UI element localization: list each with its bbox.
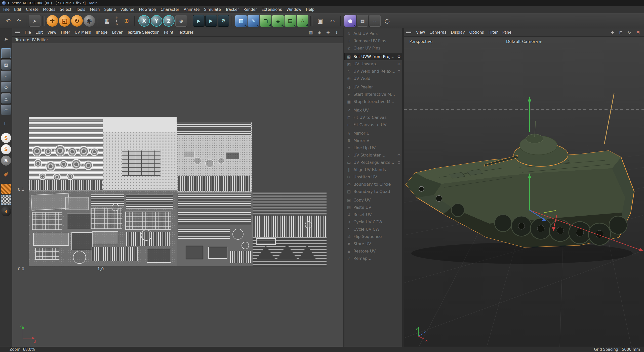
uv-command-item[interactable]: ◎ UV Weld ⚙ (344, 75, 402, 82)
uv-command-item[interactable]: ≡ Line Up UV ⚙ (344, 144, 402, 152)
rotate-view-icon[interactable]: ↻ (627, 30, 632, 35)
lock-z-axis-button[interactable]: Z (163, 15, 175, 27)
viewport-menu-item[interactable]: Panel (500, 28, 515, 37)
viewport-scene[interactable]: y x z (404, 37, 644, 347)
axis-band-button[interactable]: ◖ (1, 206, 11, 216)
scale-tool[interactable]: ◱ (59, 15, 70, 27)
menu-item[interactable]: Select (58, 6, 74, 13)
uv-menu-item[interactable]: Textures (176, 28, 196, 37)
pan-canvas-icon[interactable]: ✚ (326, 30, 331, 35)
uv-command-item[interactable]: ◩ UV Unwrap... ⚙ (344, 60, 402, 68)
render-picture-viewer-button[interactable]: ▶ (205, 15, 217, 27)
save-texture-icon[interactable]: ↧ (334, 30, 339, 35)
uv-command-item[interactable]: □ Boundary to Quad ⚙ (344, 188, 402, 195)
uv-command-item[interactable]: ⇄ Flip Sequence ⚙ (344, 233, 402, 240)
scale-view-icon[interactable]: ⊡ (618, 30, 623, 35)
viewport-menu-item[interactable]: Options (467, 28, 486, 37)
snap-settings-toggle[interactable]: S (1, 156, 11, 166)
tank-model[interactable] (406, 93, 634, 264)
uv-menu-item[interactable]: Image (93, 28, 110, 37)
menu-item[interactable]: Volume (118, 6, 137, 13)
move-tool[interactable]: ✚ (47, 15, 58, 27)
lock-icon[interactable]: ◈ (317, 30, 322, 35)
uv-command-item[interactable]: ▦ Set UVW from Projection... ⚙ (344, 53, 402, 60)
uv-command-item[interactable]: ⊘ Clear UV Pins ⚙ (344, 44, 402, 52)
uv-menu-item[interactable]: File (22, 28, 33, 37)
uv-command-item[interactable]: ▤ Paste UV ⚙ (344, 204, 402, 211)
uv-island[interactable] (29, 190, 177, 266)
edit-render-settings-button[interactable]: ⚙ (218, 15, 229, 27)
snap-2d-toggle[interactable]: S (1, 133, 11, 143)
hamburger-menu-icon[interactable] (15, 31, 20, 34)
snap-3d-toggle[interactable]: S (1, 144, 11, 154)
viewport-menu-item[interactable]: Filter (486, 28, 500, 37)
uv-checker-toggle[interactable] (1, 195, 11, 205)
uv-island[interactable] (177, 192, 253, 266)
menu-item[interactable]: Modes (41, 6, 58, 13)
deformer-button[interactable]: ◈ (272, 15, 284, 27)
subdivision-surface-button[interactable]: ▢ (260, 15, 271, 27)
menu-item[interactable]: Simulate (202, 6, 223, 13)
stripe-texture-button[interactable] (1, 184, 11, 194)
last-used-tool[interactable]: ◉ (84, 15, 95, 27)
undo-button[interactable]: ↶ (3, 15, 14, 27)
mograph-cloner-button[interactable]: ▤ (285, 15, 296, 27)
viewport-canvas[interactable]: Perspective Default Camera✱ (404, 37, 644, 347)
move-view-icon[interactable]: ✚ (610, 30, 615, 35)
menu-item[interactable]: Edit (12, 6, 24, 13)
gear-icon[interactable]: ⚙ (397, 69, 401, 74)
rotate-tool[interactable]: ↻ (71, 15, 83, 27)
menu-item[interactable]: Tracker (223, 6, 241, 13)
polygons-mode-button[interactable]: △ (1, 93, 11, 104)
uv-command-item[interactable]: ⇅ Mirror V ⚙ (344, 137, 402, 144)
uv-command-item[interactable]: ↺ Reset UV ⚙ (344, 211, 402, 218)
menu-item[interactable]: Create (24, 6, 41, 13)
default-light-button[interactable]: ○ (381, 15, 393, 27)
viewport-menu-item[interactable]: Cameras (427, 28, 449, 37)
psr-lock-toggle[interactable]: P S R (113, 15, 120, 27)
viewport-menu-item[interactable]: View (414, 28, 427, 37)
gear-icon[interactable]: ⚙ (397, 153, 401, 158)
menu-item[interactable]: Mesh (88, 6, 102, 13)
uv-island[interactable] (253, 191, 327, 266)
uv-canvas[interactable]: 0,1 0,0 1,0 V U (12, 43, 343, 347)
uv-command-item[interactable]: ▭ UV Rectangularize... ⚙ (344, 159, 402, 166)
menu-item[interactable]: Help (304, 6, 317, 13)
menu-item[interactable]: Render (241, 6, 259, 13)
snap-settings-button[interactable]: ∴ (369, 15, 381, 27)
instance-button[interactable]: ▣ (314, 15, 326, 27)
uv-command-item[interactable]: ✂ Unstitch UV ⚙ (344, 173, 402, 181)
uv-command-item[interactable]: ↻ Cycle UV CW ⚙ (344, 226, 402, 233)
menu-item[interactable]: File (1, 6, 12, 13)
menu-item[interactable]: Character (158, 6, 182, 13)
hamburger-menu-icon[interactable] (406, 31, 411, 34)
gear-icon[interactable]: ⚙ (397, 160, 401, 165)
uv-command-item[interactable]: ⊡ Fit UV to Canvas ⚙ (344, 114, 402, 121)
uv-command-item[interactable]: ∥ Align UV Islands ⚙ (344, 166, 402, 173)
uv-menu-item[interactable]: View (45, 28, 59, 37)
pointer-tool[interactable]: ➤ (1, 34, 11, 44)
uv-command-item[interactable]: ∿ UV Weld and Relax... ⚙ (344, 68, 402, 75)
redo-button[interactable]: ↷ (15, 15, 23, 27)
edges-mode-button[interactable]: ◇ (1, 82, 11, 92)
knife-tool-button[interactable]: ✐ (1, 170, 11, 180)
uv-command-item[interactable]: ⊖ Remove UV Pins ⚙ (344, 37, 402, 44)
viewport-menu-item[interactable]: Display (449, 28, 467, 37)
lock-y-axis-button[interactable]: Y (151, 15, 162, 27)
uv-island[interactable] (103, 117, 177, 190)
uv-command-item[interactable]: ∕ UV Straighten... ⚙ (344, 152, 402, 159)
uv-command-item[interactable]: ▲ Restore UV ⚙ (344, 247, 402, 255)
tweak-mode-button[interactable]: ▱ (1, 105, 11, 115)
array-grid-button[interactable]: ▦ (357, 15, 368, 27)
gear-icon[interactable]: ⚙ (397, 62, 401, 66)
model-mode-button[interactable] (1, 48, 11, 58)
uv-menu-item[interactable]: Edit (33, 28, 45, 37)
uv-command-item[interactable]: ○ Boundary to Circle ⚙ (344, 181, 402, 188)
pen-spline-button[interactable]: ✎ (248, 15, 259, 27)
points-mode-button[interactable]: ∷ (1, 71, 11, 81)
camera-label[interactable]: Default Camera✱ (404, 39, 644, 44)
menu-item[interactable]: MoGraph (137, 6, 158, 13)
uv-command-item[interactable]: ⇆ Mirror U ⚙ (344, 130, 402, 137)
uv-command-item[interactable]: ⊞ Fit Canvas to UV ⚙ (344, 121, 402, 128)
axis-modification-toggle[interactable]: ⊕ (121, 15, 132, 27)
